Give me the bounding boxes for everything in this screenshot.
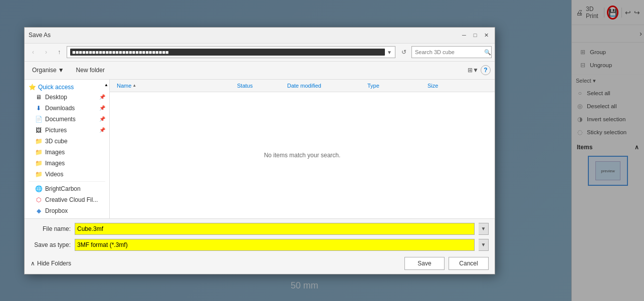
hide-folders-label: Hide Folders	[37, 260, 71, 267]
help-button[interactable]: ?	[481, 65, 491, 75]
col-size-label: Size	[427, 83, 438, 89]
dropbox-icon: ◆	[35, 207, 43, 215]
no-items-text: No items match your search.	[264, 152, 341, 159]
filename-input[interactable]	[75, 223, 475, 235]
folder-icon: 📁	[35, 148, 43, 156]
sidebar-item-label: BrightCarbon	[45, 185, 81, 192]
sidebar-item-pictures[interactable]: 🖼 Pictures 📌	[25, 125, 109, 136]
forward-button[interactable]: ›	[41, 47, 52, 58]
sidebar-item-label: Videos	[45, 171, 63, 178]
organise-label: Organise	[32, 67, 57, 74]
filetype-select[interactable]: 3MF format (*.3mf)	[75, 239, 475, 251]
sidebar-item-videos[interactable]: 📁 Videos	[25, 169, 109, 180]
organise-button[interactable]: Organise ▼	[29, 65, 68, 76]
address-bar[interactable]: ■■■■■■■■■■■■■■■■■■■■■■■■■■■■■ ▼	[67, 46, 395, 58]
back-button[interactable]: ‹	[28, 47, 39, 58]
file-list: No items match your search.	[110, 92, 495, 218]
col-name-header[interactable]: Name ▲	[114, 82, 234, 90]
documents-icon: 📄	[35, 115, 43, 123]
pictures-icon: 🖼	[35, 126, 43, 134]
sidebar-item-images2[interactable]: 📁 Images	[25, 158, 109, 169]
window-controls: ─ □ ✕	[460, 31, 491, 40]
folder-icon: 📁	[35, 137, 43, 145]
file-area: Name ▲ Status Date modified Type Size	[110, 80, 495, 218]
sidebar-item-label: Documents	[45, 116, 76, 123]
dialog-footer: File name: ▼ Save as type: 3MF format (*…	[25, 218, 495, 274]
filename-dropdown-btn[interactable]: ▼	[479, 223, 489, 235]
view-controls: ⊞▼ ?	[468, 65, 491, 76]
sidebar-item-label: Desktop	[45, 94, 67, 101]
sidebar-item-documents[interactable]: 📄 Documents 📌	[25, 114, 109, 125]
filename-label: File name:	[31, 225, 71, 232]
sidebar-item-label: 3D cube	[45, 138, 68, 145]
filetype-dropdown-btn[interactable]: ▼	[479, 239, 489, 251]
scroll-up-btn[interactable]: ▲	[103, 82, 109, 88]
sort-icon: ▲	[132, 83, 136, 88]
quick-access-header[interactable]: ⭐ Quick access	[25, 82, 109, 92]
sidebar-divider	[29, 181, 105, 182]
col-status-label: Status	[237, 83, 253, 89]
save-button[interactable]: Save	[404, 257, 445, 270]
dialog-titlebar: Save As ─ □ ✕	[25, 28, 495, 44]
col-size-header[interactable]: Size	[424, 82, 465, 90]
sidebar-item-dropbox[interactable]: ◆ Dropbox	[25, 205, 109, 216]
quick-access-icon: ⭐	[29, 84, 36, 91]
close-button[interactable]: ✕	[482, 31, 491, 40]
refresh-button[interactable]: ↺	[398, 47, 409, 58]
col-type-header[interactable]: Type	[364, 82, 424, 90]
col-name-label: Name	[117, 83, 131, 89]
view-toggle-button[interactable]: ⊞▼	[468, 65, 479, 76]
pin-icon: 📌	[99, 105, 105, 111]
col-status-header[interactable]: Status	[234, 82, 284, 90]
minimize-button[interactable]: ─	[460, 31, 469, 40]
filetype-row: Save as type: 3MF format (*.3mf) ▼	[25, 237, 495, 253]
sidebar-item-downloads[interactable]: ⬇ Downloads 📌	[25, 103, 109, 114]
sidebar-item-desktop[interactable]: 🖥 Desktop 📌	[25, 92, 109, 103]
sidebar-item-label: Images	[45, 149, 65, 156]
col-date-label: Date modified	[287, 83, 321, 89]
desktop-icon: 🖥	[35, 93, 43, 101]
sidebar-item-label: Downloads	[45, 105, 75, 112]
new-folder-label: New folder	[76, 67, 105, 74]
nav-toolbar: ‹ › ↑ ■■■■■■■■■■■■■■■■■■■■■■■■■■■■■ ▼ ↺ …	[25, 44, 495, 62]
hide-folders-button[interactable]: ∧ Hide Folders	[31, 260, 71, 267]
sidebar-item-3dcube[interactable]: 📁 3D cube	[25, 136, 109, 147]
folder-icon: 📁	[35, 159, 43, 167]
dialog-buttons: ∧ Hide Folders Save Cancel	[25, 253, 495, 274]
cancel-button[interactable]: Cancel	[449, 257, 489, 270]
hide-folders-icon: ∧	[31, 260, 35, 267]
search-icon: 🔍	[484, 49, 491, 56]
maximize-button[interactable]: □	[471, 31, 480, 40]
pin-icon: 📌	[99, 94, 105, 100]
organise-dropdown-icon: ▼	[58, 67, 64, 74]
sidebar-item-brightcarbon[interactable]: 🌐 BrightCarbon	[25, 183, 109, 194]
folder-icon: 📁	[35, 170, 43, 178]
up-button[interactable]: ↑	[54, 47, 65, 58]
col-type-label: Type	[367, 83, 379, 89]
pin-icon: 📌	[99, 127, 105, 133]
address-text: ■■■■■■■■■■■■■■■■■■■■■■■■■■■■■	[70, 49, 385, 56]
address-dropdown-icon[interactable]: ▼	[385, 50, 392, 55]
action-buttons: Save Cancel	[404, 257, 489, 270]
action-bar: Organise ▼ New folder ⊞▼ ?	[25, 62, 495, 80]
network-icon: 🌐	[35, 185, 43, 193]
search-bar[interactable]: 🔍	[411, 46, 492, 58]
sidebar-item-images1[interactable]: 📁 Images	[25, 147, 109, 158]
col-date-header[interactable]: Date modified	[284, 82, 364, 90]
downloads-icon: ⬇	[35, 104, 43, 112]
sidebar-item-label: Dropbox	[45, 207, 68, 214]
save-as-dialog: Save As ─ □ ✕ ‹ › ↑ ■■■■■■■■■■■■■■■■■■■■…	[24, 27, 495, 274]
dialog-body: ▲ ⭐ Quick access 🖥 Desktop 📌 ⬇ Downloads…	[25, 80, 495, 218]
dialog-overlay: Save As ─ □ ✕ ‹ › ↑ ■■■■■■■■■■■■■■■■■■■■…	[0, 0, 644, 301]
filetype-label: Save as type:	[31, 241, 71, 248]
creativecloud-icon: ⬡	[35, 196, 43, 204]
dialog-title: Save As	[29, 32, 51, 39]
search-input[interactable]	[415, 49, 484, 55]
pin-icon: 📌	[99, 116, 105, 122]
filetype-value: 3MF format (*.3mf)	[77, 241, 128, 248]
sidebar-item-label: Pictures	[45, 127, 67, 134]
new-folder-button[interactable]: New folder	[72, 65, 109, 76]
sidebar-item-creativecloud[interactable]: ⬡ Creative Cloud Fil...	[25, 194, 109, 205]
column-headers: Name ▲ Status Date modified Type Size	[110, 80, 495, 92]
sidebar-item-label: Creative Cloud Fil...	[45, 196, 98, 203]
